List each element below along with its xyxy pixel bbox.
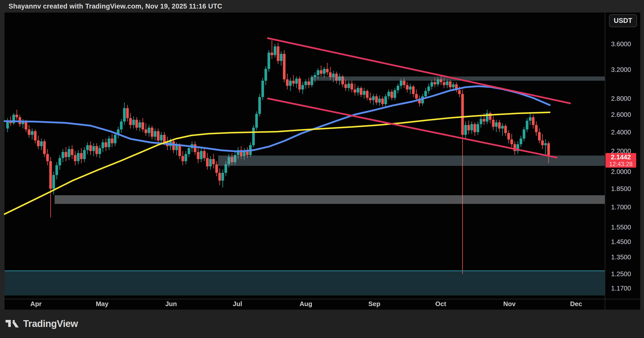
last-price-value: 2.1442 xyxy=(611,154,631,161)
ma-fast-line xyxy=(5,86,550,152)
chart-canvas[interactable] xyxy=(0,0,644,338)
footer-bar: TradingView xyxy=(0,310,644,338)
last-price-axis-label: 2.1442 12:43:28 xyxy=(606,153,636,168)
zone-support-low xyxy=(55,195,605,204)
teal-zone xyxy=(5,271,605,296)
tradingview-logo-icon xyxy=(6,320,19,328)
tradingview-logo-text: TradingView xyxy=(23,318,78,329)
tradingview-logo[interactable]: TradingView xyxy=(6,318,78,329)
quote-currency-button[interactable]: USDT xyxy=(609,14,637,27)
trendline-upper-channel xyxy=(268,38,570,103)
quote-currency-label: USDT xyxy=(614,17,632,25)
attribution-bar: Shayannv created with TradingView.com, N… xyxy=(0,0,644,13)
attribution-text: Shayannv created with TradingView.com, N… xyxy=(9,3,222,10)
candle-countdown: 12:43:28 xyxy=(609,161,632,167)
tradingview-screenshot: Shayannv created with TradingView.com, N… xyxy=(0,0,644,338)
zone-support-mid xyxy=(218,156,605,166)
trendline-lower-channel xyxy=(268,99,557,158)
